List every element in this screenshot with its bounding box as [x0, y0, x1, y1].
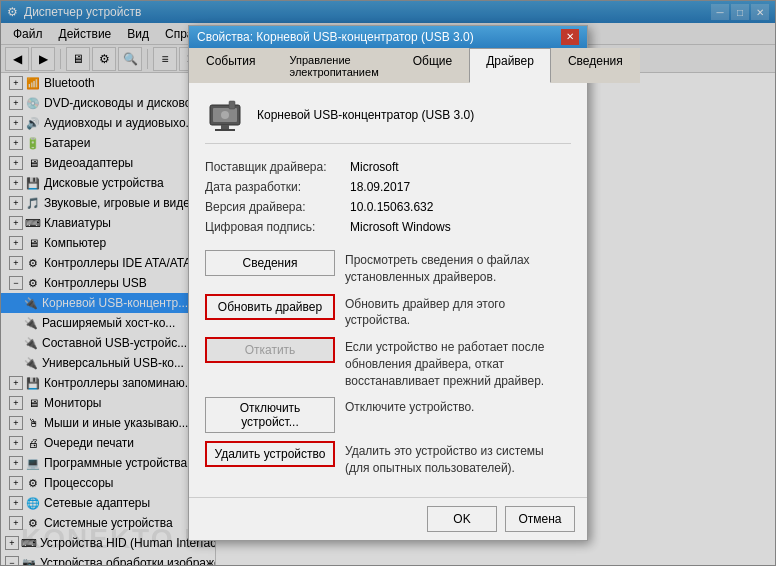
- info-row-0: Поставщик драйвера: Microsoft: [205, 160, 571, 174]
- tab-driver[interactable]: Драйвер: [469, 73, 551, 83]
- details-button[interactable]: Сведения: [205, 250, 335, 276]
- info-value-1: 18.09.2017: [350, 180, 410, 194]
- buttons-area: Сведения Просмотреть сведения о файлах у…: [205, 250, 571, 485]
- device-header: Корневой USB-концентратор (USB 3.0): [205, 95, 571, 144]
- svg-point-4: [221, 111, 229, 119]
- tab-power[interactable]: Управление электропитанием: [273, 73, 396, 83]
- action-row-delete: Удалить устройство Удалить это устройств…: [205, 441, 571, 477]
- tab-events[interactable]: События: [189, 73, 273, 83]
- action-row-update: Обновить драйвер Обновить драйвер для эт…: [205, 294, 571, 330]
- tab-general[interactable]: Общие: [396, 73, 469, 83]
- details-desc: Просмотреть сведения о файлах установлен…: [345, 250, 571, 286]
- svg-rect-5: [229, 101, 235, 109]
- action-row-disable: Отключить устройст... Отключите устройст…: [205, 397, 571, 433]
- info-value-3: Microsoft Windows: [350, 220, 451, 234]
- svg-rect-3: [215, 129, 235, 131]
- delete-button[interactable]: Удалить устройство: [205, 441, 335, 467]
- update-driver-button[interactable]: Обновить драйвер: [205, 294, 335, 320]
- device-icon: [205, 95, 245, 135]
- dialog-body: Корневой USB-концентратор (USB 3.0) Пост…: [189, 83, 587, 497]
- action-row-details: Сведения Просмотреть сведения о файлах у…: [205, 250, 571, 286]
- rollback-button[interactable]: Откатить: [205, 337, 335, 363]
- info-value-2: 10.0.15063.632: [350, 200, 433, 214]
- info-value-0: Microsoft: [350, 160, 399, 174]
- main-window: ⚙ Диспетчер устройств ─ □ ✕ Файл Действи…: [0, 0, 776, 566]
- info-row-2: Версия драйвера: 10.0.15063.632: [205, 200, 571, 214]
- cancel-button[interactable]: Отмена: [505, 506, 575, 532]
- dialog-properties: Свойства: Корневой USB-концентратор (USB…: [188, 73, 588, 541]
- info-label-0: Поставщик драйвера:: [205, 160, 350, 174]
- dialog-footer: OK Отмена: [189, 497, 587, 540]
- info-label-1: Дата разработки:: [205, 180, 350, 194]
- dialog-overlay: Свойства: Корневой USB-концентратор (USB…: [1, 73, 775, 565]
- content-area: + 📶 Bluetooth + 💿 DVD-дисководы и дисков…: [1, 73, 775, 565]
- info-row-3: Цифровая подпись: Microsoft Windows: [205, 220, 571, 234]
- ok-button[interactable]: OK: [427, 506, 497, 532]
- device-name-label: Корневой USB-концентратор (USB 3.0): [257, 108, 474, 122]
- disable-desc: Отключите устройство.: [345, 397, 474, 416]
- dialog-tab-bar: События Управление электропитанием Общие…: [189, 73, 587, 83]
- svg-rect-2: [221, 125, 229, 129]
- update-desc: Обновить драйвер для этого устройства.: [345, 294, 571, 330]
- info-label-3: Цифровая подпись:: [205, 220, 350, 234]
- action-row-rollback: Откатить Если устройство не работает пос…: [205, 337, 571, 389]
- rollback-desc: Если устройство не работает после обновл…: [345, 337, 571, 389]
- disable-button[interactable]: Отключить устройст...: [205, 397, 335, 433]
- delete-desc: Удалить это устройство из системы (для о…: [345, 441, 571, 477]
- info-table: Поставщик драйвера: Microsoft Дата разра…: [205, 160, 571, 234]
- info-label-2: Версия драйвера:: [205, 200, 350, 214]
- tab-details[interactable]: Сведения: [551, 73, 640, 83]
- info-row-1: Дата разработки: 18.09.2017: [205, 180, 571, 194]
